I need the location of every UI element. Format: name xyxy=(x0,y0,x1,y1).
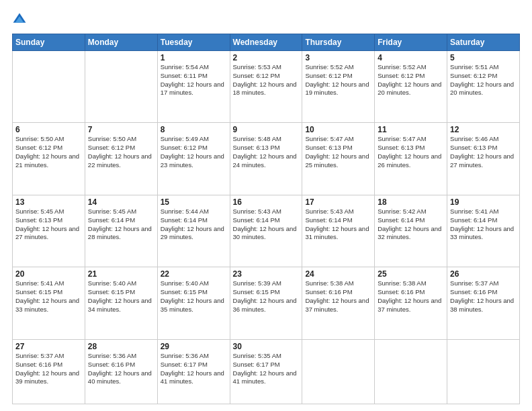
day-number: 19 xyxy=(450,197,517,207)
day-info: Sunrise: 5:36 AM Sunset: 6:17 PM Dayligh… xyxy=(161,352,227,386)
calendar-cell: 17Sunrise: 5:43 AM Sunset: 6:14 PM Dayli… xyxy=(302,195,375,267)
day-info: Sunrise: 5:41 AM Sunset: 6:15 PM Dayligh… xyxy=(15,279,82,314)
day-number: 22 xyxy=(161,269,227,279)
day-number: 17 xyxy=(305,197,371,207)
calendar-cell: 2Sunrise: 5:53 AM Sunset: 6:12 PM Daylig… xyxy=(230,51,302,123)
day-info: Sunrise: 5:45 AM Sunset: 6:13 PM Dayligh… xyxy=(15,208,82,242)
day-info: Sunrise: 5:51 AM Sunset: 6:12 PM Dayligh… xyxy=(450,63,517,97)
calendar-cell: 18Sunrise: 5:42 AM Sunset: 6:14 PM Dayli… xyxy=(375,195,447,267)
day-number: 8 xyxy=(161,125,227,134)
day-info: Sunrise: 5:49 AM Sunset: 6:12 PM Dayligh… xyxy=(161,135,227,169)
day-number: 4 xyxy=(378,53,444,62)
calendar-cell: 28Sunrise: 5:36 AM Sunset: 6:16 PM Dayli… xyxy=(85,339,157,404)
day-header-thursday: Thursday xyxy=(302,34,375,51)
day-number: 30 xyxy=(233,342,300,351)
day-number: 11 xyxy=(378,125,444,134)
day-info: Sunrise: 5:39 AM Sunset: 6:15 PM Dayligh… xyxy=(233,279,300,314)
day-number: 12 xyxy=(450,125,517,134)
day-number: 24 xyxy=(305,269,371,279)
calendar-cell: 9Sunrise: 5:48 AM Sunset: 6:13 PM Daylig… xyxy=(230,123,302,195)
day-info: Sunrise: 5:38 AM Sunset: 6:16 PM Dayligh… xyxy=(305,279,371,314)
calendar-cell: 30Sunrise: 5:35 AM Sunset: 6:17 PM Dayli… xyxy=(230,339,302,404)
day-number: 20 xyxy=(15,269,82,279)
day-number: 3 xyxy=(305,53,371,62)
day-info: Sunrise: 5:43 AM Sunset: 6:14 PM Dayligh… xyxy=(305,208,371,242)
calendar-cell: 23Sunrise: 5:39 AM Sunset: 6:15 PM Dayli… xyxy=(230,267,302,339)
header xyxy=(12,12,520,27)
day-info: Sunrise: 5:37 AM Sunset: 6:16 PM Dayligh… xyxy=(450,279,517,314)
day-info: Sunrise: 5:40 AM Sunset: 6:15 PM Dayligh… xyxy=(88,279,154,314)
calendar-cell: 13Sunrise: 5:45 AM Sunset: 6:13 PM Dayli… xyxy=(13,195,85,267)
day-number: 7 xyxy=(88,125,154,134)
calendar-cell: 29Sunrise: 5:36 AM Sunset: 6:17 PM Dayli… xyxy=(157,339,230,404)
day-info: Sunrise: 5:43 AM Sunset: 6:14 PM Dayligh… xyxy=(233,208,300,242)
logo xyxy=(12,12,30,27)
calendar-cell: 11Sunrise: 5:47 AM Sunset: 6:13 PM Dayli… xyxy=(375,123,447,195)
day-info: Sunrise: 5:46 AM Sunset: 6:13 PM Dayligh… xyxy=(450,135,517,169)
day-number: 26 xyxy=(450,269,517,279)
logo-icon xyxy=(12,12,27,27)
day-number: 25 xyxy=(378,269,444,279)
day-info: Sunrise: 5:53 AM Sunset: 6:12 PM Dayligh… xyxy=(233,63,300,97)
day-info: Sunrise: 5:36 AM Sunset: 6:16 PM Dayligh… xyxy=(88,352,154,386)
day-header-sunday: Sunday xyxy=(13,34,85,51)
day-number: 6 xyxy=(15,125,82,134)
day-info: Sunrise: 5:37 AM Sunset: 6:16 PM Dayligh… xyxy=(15,352,82,386)
calendar-cell: 15Sunrise: 5:44 AM Sunset: 6:14 PM Dayli… xyxy=(157,195,230,267)
calendar-cell: 16Sunrise: 5:43 AM Sunset: 6:14 PM Dayli… xyxy=(230,195,302,267)
day-number: 23 xyxy=(233,269,300,279)
day-number: 10 xyxy=(305,125,371,134)
day-info: Sunrise: 5:35 AM Sunset: 6:17 PM Dayligh… xyxy=(233,352,300,386)
day-info: Sunrise: 5:50 AM Sunset: 6:12 PM Dayligh… xyxy=(88,135,154,169)
day-number: 13 xyxy=(15,197,82,207)
day-number: 5 xyxy=(450,53,517,62)
day-header-wednesday: Wednesday xyxy=(230,34,302,51)
day-header-saturday: Saturday xyxy=(447,34,520,51)
day-number: 27 xyxy=(15,342,82,351)
calendar-table: SundayMondayTuesdayWednesdayThursdayFrid… xyxy=(12,34,520,404)
day-info: Sunrise: 5:45 AM Sunset: 6:14 PM Dayligh… xyxy=(88,208,154,242)
day-info: Sunrise: 5:48 AM Sunset: 6:13 PM Dayligh… xyxy=(233,135,300,169)
calendar-cell: 12Sunrise: 5:46 AM Sunset: 6:13 PM Dayli… xyxy=(447,123,520,195)
day-number: 14 xyxy=(88,197,154,207)
calendar-cell: 6Sunrise: 5:50 AM Sunset: 6:12 PM Daylig… xyxy=(13,123,85,195)
calendar-cell: 25Sunrise: 5:38 AM Sunset: 6:16 PM Dayli… xyxy=(375,267,447,339)
calendar-cell: 1Sunrise: 5:54 AM Sunset: 6:11 PM Daylig… xyxy=(157,51,230,123)
calendar-cell: 14Sunrise: 5:45 AM Sunset: 6:14 PM Dayli… xyxy=(85,195,157,267)
day-info: Sunrise: 5:50 AM Sunset: 6:12 PM Dayligh… xyxy=(15,135,82,169)
week-row-5: 27Sunrise: 5:37 AM Sunset: 6:16 PM Dayli… xyxy=(13,339,520,404)
calendar-cell: 5Sunrise: 5:51 AM Sunset: 6:12 PM Daylig… xyxy=(447,51,520,123)
calendar-cell xyxy=(85,51,157,123)
page: SundayMondayTuesdayWednesdayThursdayFrid… xyxy=(0,0,532,411)
calendar-cell xyxy=(375,339,447,404)
day-number: 21 xyxy=(88,269,154,279)
day-number: 29 xyxy=(161,342,227,351)
calendar-header-row: SundayMondayTuesdayWednesdayThursdayFrid… xyxy=(13,34,520,51)
day-info: Sunrise: 5:38 AM Sunset: 6:16 PM Dayligh… xyxy=(378,279,444,314)
calendar-cell: 7Sunrise: 5:50 AM Sunset: 6:12 PM Daylig… xyxy=(85,123,157,195)
day-info: Sunrise: 5:52 AM Sunset: 6:12 PM Dayligh… xyxy=(305,63,371,97)
week-row-4: 20Sunrise: 5:41 AM Sunset: 6:15 PM Dayli… xyxy=(13,267,520,339)
calendar-cell: 10Sunrise: 5:47 AM Sunset: 6:13 PM Dayli… xyxy=(302,123,375,195)
day-number: 15 xyxy=(161,197,227,207)
calendar-cell: 3Sunrise: 5:52 AM Sunset: 6:12 PM Daylig… xyxy=(302,51,375,123)
calendar-cell: 24Sunrise: 5:38 AM Sunset: 6:16 PM Dayli… xyxy=(302,267,375,339)
day-info: Sunrise: 5:54 AM Sunset: 6:11 PM Dayligh… xyxy=(161,63,227,97)
day-info: Sunrise: 5:44 AM Sunset: 6:14 PM Dayligh… xyxy=(161,208,227,242)
calendar-cell xyxy=(302,339,375,404)
calendar-cell xyxy=(13,51,85,123)
week-row-2: 6Sunrise: 5:50 AM Sunset: 6:12 PM Daylig… xyxy=(13,123,520,195)
day-number: 18 xyxy=(378,197,444,207)
week-row-1: 1Sunrise: 5:54 AM Sunset: 6:11 PM Daylig… xyxy=(13,51,520,123)
day-number: 1 xyxy=(161,53,227,62)
calendar-cell: 26Sunrise: 5:37 AM Sunset: 6:16 PM Dayli… xyxy=(447,267,520,339)
day-info: Sunrise: 5:47 AM Sunset: 6:13 PM Dayligh… xyxy=(378,135,444,169)
day-info: Sunrise: 5:47 AM Sunset: 6:13 PM Dayligh… xyxy=(305,135,371,169)
day-info: Sunrise: 5:52 AM Sunset: 6:12 PM Dayligh… xyxy=(378,63,444,97)
day-info: Sunrise: 5:40 AM Sunset: 6:15 PM Dayligh… xyxy=(161,279,227,314)
calendar-cell: 4Sunrise: 5:52 AM Sunset: 6:12 PM Daylig… xyxy=(375,51,447,123)
day-number: 2 xyxy=(233,53,300,62)
day-header-tuesday: Tuesday xyxy=(157,34,230,51)
calendar-cell: 27Sunrise: 5:37 AM Sunset: 6:16 PM Dayli… xyxy=(13,339,85,404)
calendar-cell: 20Sunrise: 5:41 AM Sunset: 6:15 PM Dayli… xyxy=(13,267,85,339)
